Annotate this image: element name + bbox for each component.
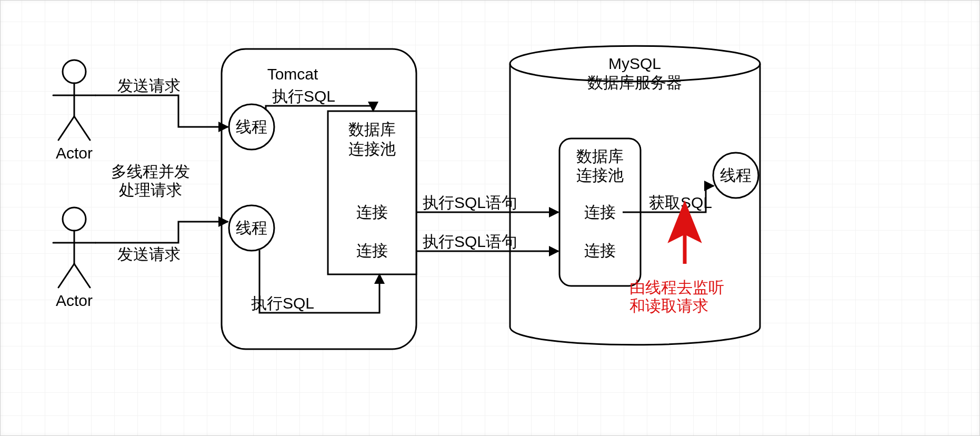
- diagram-canvas: Actor Actor 多线程并发 处理请求 Tomcat 线程 线程 数据库 …: [0, 0, 980, 436]
- label-exec-sql-stmt-1: 执行SQL语句: [423, 194, 517, 211]
- label-exec-sql-stmt-2: 执行SQL语句: [423, 233, 517, 250]
- tomcat-thread-bottom-label: 线程: [236, 219, 267, 236]
- actor-bottom-label: Actor: [56, 292, 93, 309]
- mysql-title-1: MySQL: [608, 55, 661, 72]
- label-send-request-2: 发送请求: [117, 245, 181, 263]
- arrow-actor2-thread2: [95, 222, 228, 243]
- mysql-title-2: 数据库服务器: [587, 74, 682, 91]
- mysql-thread-label: 线程: [720, 166, 752, 184]
- actor-top-label: Actor: [56, 144, 93, 162]
- arrow-actor1-thread1: [95, 95, 228, 127]
- label-send-request-1: 发送请求: [117, 77, 181, 94]
- mysql-pool-line2: 连接池: [576, 166, 624, 184]
- mysql-pool-conn1: 连接: [584, 203, 616, 221]
- multithread-line2: 处理请求: [119, 181, 182, 199]
- tomcat-pool-line2: 连接池: [348, 140, 396, 157]
- label-exec-sql-bottom: 执行SQL: [251, 294, 314, 312]
- tomcat-pool-line1: 数据库: [348, 121, 396, 138]
- label-get-sql: 获取SQL: [649, 194, 712, 211]
- annotation-line1: 由线程去监听: [629, 279, 724, 296]
- actor-bottom: Actor: [53, 207, 95, 309]
- svg-line-4: [74, 116, 90, 140]
- svg-point-0: [63, 60, 86, 83]
- tomcat-pool-conn2: 连接: [356, 242, 388, 259]
- svg-line-9: [74, 264, 90, 288]
- mysql-pool-conn2: 连接: [584, 242, 616, 259]
- multithread-line1: 多线程并发: [111, 163, 190, 180]
- tomcat-thread-top-label: 线程: [236, 118, 267, 135]
- label-exec-sql-top: 执行SQL: [272, 87, 335, 105]
- tomcat-pool-conn1: 连接: [356, 203, 388, 221]
- svg-line-3: [58, 116, 74, 140]
- actor-top: Actor: [53, 60, 95, 162]
- svg-point-5: [63, 207, 86, 231]
- tomcat-title: Tomcat: [267, 65, 318, 83]
- svg-line-8: [58, 264, 74, 288]
- annotation-line2: 和读取请求: [629, 297, 708, 314]
- mysql-pool-line1: 数据库: [576, 147, 624, 165]
